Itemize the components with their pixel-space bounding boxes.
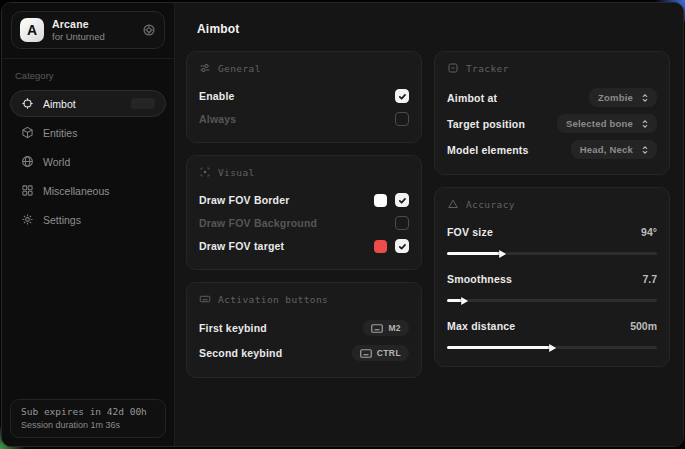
max-distance-group: Max distance 500m: [447, 315, 657, 352]
aimbot-at-label: Aimbot at: [447, 92, 497, 104]
session-duration-text: Session duration 1m 36s: [21, 420, 155, 430]
fov-size-value: 94°: [641, 226, 657, 238]
keyboard-icon: [360, 349, 372, 358]
page-title: Aimbot: [197, 22, 670, 36]
faded-keybind-hint: [131, 98, 155, 109]
max-distance-slider[interactable]: [447, 343, 657, 352]
fov-target-row: Draw FOV target: [199, 235, 409, 257]
globe-icon: [21, 155, 34, 168]
unfold-icon: [640, 119, 650, 129]
section-title: Accuracy: [466, 199, 515, 210]
second-keybind-label: Second keybind: [199, 347, 282, 359]
visual-card: Visual Draw FOV Border: [186, 155, 422, 270]
smoothness-row: Smoothness 7.7: [447, 268, 657, 290]
sidebar-item-settings[interactable]: Settings: [10, 206, 166, 233]
slider-thumb[interactable]: [549, 344, 556, 352]
fov-background-row: Draw FOV Background: [199, 212, 409, 234]
target-position-select[interactable]: Selected bone: [557, 114, 657, 133]
section-title: Visual: [218, 167, 255, 178]
sidebar-item-label: Miscellaneous: [43, 185, 110, 197]
slider-fill: [447, 346, 552, 349]
fov-border-color-swatch[interactable]: [374, 194, 387, 207]
app-subtitle: for Unturned: [52, 31, 105, 42]
accuracy-card: Accuracy FOV size 94°: [434, 187, 670, 367]
first-keybind-row: First keybind M2: [199, 316, 409, 340]
fov-target-color-swatch[interactable]: [374, 240, 387, 253]
slider-thumb[interactable]: [499, 250, 506, 258]
smoothness-group: Smoothness 7.7: [447, 268, 657, 305]
target-position-label: Target position: [447, 118, 525, 130]
sidebar-nav: Category Aimbot Entities: [2, 59, 174, 235]
always-label: Always: [199, 113, 236, 125]
section-title: Activation buttons: [218, 294, 328, 305]
target-position-row: Target position Selected bone: [447, 111, 657, 136]
activation-buttons-card: Activation buttons First keybind M2: [186, 282, 422, 378]
select-value: Zombie: [598, 92, 633, 103]
sliders-icon: [199, 62, 211, 74]
select-value: Selected bone: [566, 118, 633, 129]
fov-target-checkbox[interactable]: [395, 239, 409, 253]
grid-icon: [21, 184, 34, 197]
sidebar-item-miscellaneous[interactable]: Miscellaneous: [10, 177, 166, 204]
first-keybind-label: First keybind: [199, 322, 267, 334]
sidebar-item-aimbot[interactable]: Aimbot: [10, 90, 166, 117]
aimbot-at-row: Aimbot at Zombie: [447, 85, 657, 110]
second-keybind-row: Second keybind CTRL: [199, 341, 409, 365]
select-value: Head, Neck: [580, 144, 633, 155]
accuracy-section-header: Accuracy: [447, 198, 657, 210]
sidebar-item-label: World: [43, 156, 70, 168]
fov-size-row: FOV size 94°: [447, 221, 657, 243]
slider-fill: [447, 252, 502, 255]
smoothness-value: 7.7: [642, 273, 657, 285]
fov-border-checkbox[interactable]: [395, 193, 409, 207]
first-keybind-button[interactable]: M2: [363, 320, 409, 336]
smoothness-slider[interactable]: [447, 296, 657, 305]
unfold-icon: [640, 93, 650, 103]
section-title: Tracker: [466, 63, 509, 74]
general-card: General Enable Always: [186, 51, 422, 143]
keybind-value: M2: [388, 323, 401, 333]
enable-label: Enable: [199, 90, 235, 102]
tracker-section-header: Tracker: [447, 62, 657, 74]
model-elements-label: Model elements: [447, 144, 529, 156]
sub-expiry-text: Sub expires in 42d 00h: [21, 406, 155, 417]
always-row: Always: [199, 108, 409, 130]
keybind-value: CTRL: [377, 348, 401, 358]
model-elements-select[interactable]: Head, Neck: [571, 140, 657, 159]
visual-section-header: Visual: [199, 166, 409, 178]
subscription-info-box: Sub expires in 42d 00h Session duration …: [10, 399, 166, 438]
crosshair-icon: [21, 97, 34, 110]
aimbot-at-select[interactable]: Zombie: [589, 88, 657, 107]
sidebar-header-wrap: A Arcane for Unturned: [2, 3, 174, 59]
max-distance-value: 500m: [630, 320, 657, 332]
slider-thumb[interactable]: [461, 297, 468, 305]
always-checkbox[interactable]: [395, 112, 409, 126]
frame-minus-icon: [447, 62, 459, 74]
slider-track: [447, 346, 657, 349]
app-logo: A: [20, 18, 44, 42]
sidebar-item-world[interactable]: World: [10, 148, 166, 175]
app-title-block: Arcane for Unturned: [52, 18, 105, 42]
tracker-card: Tracker Aimbot at Zombie: [434, 51, 670, 175]
enable-row: Enable: [199, 85, 409, 107]
cube-icon: [21, 126, 34, 139]
max-distance-row: Max distance 500m: [447, 315, 657, 337]
fov-size-group: FOV size 94°: [447, 221, 657, 258]
fov-background-checkbox[interactable]: [395, 216, 409, 230]
unfold-icon: [640, 145, 650, 155]
slider-track: [447, 252, 657, 255]
fov-background-label: Draw FOV Background: [199, 217, 317, 229]
triangle-icon: [447, 198, 459, 210]
model-elements-row: Model elements Head, Neck: [447, 137, 657, 162]
sidebar-item-entities[interactable]: Entities: [10, 119, 166, 146]
activation-section-header: Activation buttons: [199, 293, 409, 305]
second-keybind-button[interactable]: CTRL: [352, 345, 409, 361]
fov-size-slider[interactable]: [447, 249, 657, 258]
sidebar-item-label: Entities: [43, 127, 77, 139]
smoothness-label: Smoothness: [447, 273, 512, 285]
lifebuoy-settings-icon[interactable]: [142, 23, 156, 37]
section-title: General: [218, 63, 261, 74]
fov-target-label: Draw FOV target: [199, 240, 284, 252]
enable-checkbox[interactable]: [395, 89, 409, 103]
keyboard-icon: [371, 324, 383, 333]
